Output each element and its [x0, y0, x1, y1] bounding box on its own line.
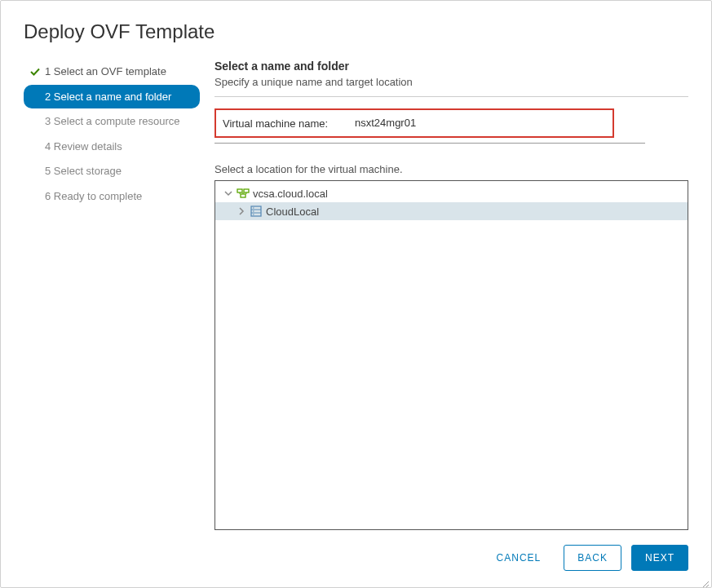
- svg-rect-8: [253, 214, 254, 215]
- check-icon: [30, 65, 40, 75]
- step-label: 2 Select a name and folder: [45, 91, 171, 103]
- chevron-right-icon[interactable]: [237, 206, 246, 216]
- datacenter-icon: [250, 205, 263, 218]
- divider: [214, 96, 688, 97]
- tree-label: vcsa.cloud.local: [253, 188, 328, 200]
- next-button[interactable]: NEXT: [631, 545, 688, 571]
- svg-rect-3: [251, 206, 261, 216]
- step-5-select-storage: 5 Select storage: [24, 159, 200, 183]
- cancel-button[interactable]: CANCEL: [484, 546, 555, 570]
- step-3-select-compute: 3 Select a compute resource: [24, 109, 200, 134]
- location-label: Select a location for the virtual machin…: [214, 163, 688, 175]
- deploy-ovf-dialog: Deploy OVF Template 1 Select an OVF temp…: [1, 1, 711, 587]
- vm-name-label: Virtual machine name:: [223, 117, 353, 130]
- content-pane: Select a name and folder Specify a uniqu…: [214, 60, 688, 530]
- vm-name-row: Virtual machine name:: [214, 108, 614, 138]
- resize-grip-icon[interactable]: [701, 577, 710, 586]
- step-label: 6 Ready to complete: [45, 190, 142, 202]
- section-title: Select a name and folder: [214, 60, 688, 73]
- dialog-footer: CANCEL BACK NEXT: [24, 530, 688, 571]
- vm-name-input[interactable]: [353, 115, 606, 131]
- section-subtitle: Specify a unique name and target locatio…: [214, 76, 688, 88]
- svg-rect-0: [237, 189, 242, 192]
- step-6-ready-complete: 6 Ready to complete: [24, 184, 200, 209]
- tree-node-cloudlocal[interactable]: CloudLocal: [215, 202, 688, 220]
- step-label: 5 Select storage: [45, 165, 122, 177]
- svg-rect-2: [241, 194, 245, 197]
- step-1-select-ovf[interactable]: 1 Select an OVF template: [24, 60, 200, 84]
- location-tree[interactable]: vcsa.cloud.local: [214, 180, 688, 530]
- tree-node-vcsa[interactable]: vcsa.cloud.local: [215, 184, 688, 202]
- step-2-select-name-folder[interactable]: 2 Select a name and folder: [24, 85, 200, 109]
- chevron-down-icon[interactable]: [223, 188, 233, 198]
- dialog-title: Deploy OVF Template: [24, 20, 688, 43]
- svg-rect-1: [244, 189, 249, 192]
- step-label: 3 Select a compute resource: [45, 115, 180, 127]
- back-button[interactable]: BACK: [564, 545, 621, 571]
- step-label: 1 Select an OVF template: [45, 65, 166, 77]
- step-4-review-details: 4 Review details: [24, 135, 200, 159]
- step-label: 4 Review details: [45, 140, 122, 153]
- input-underline: [214, 143, 645, 144]
- svg-rect-6: [253, 208, 254, 209]
- dialog-body: 1 Select an OVF template 2 Select a name…: [24, 60, 688, 530]
- tree-label: CloudLocal: [266, 206, 319, 218]
- vcenter-icon: [237, 187, 250, 200]
- wizard-steps: 1 Select an OVF template 2 Select a name…: [24, 60, 200, 530]
- svg-rect-7: [253, 211, 254, 212]
